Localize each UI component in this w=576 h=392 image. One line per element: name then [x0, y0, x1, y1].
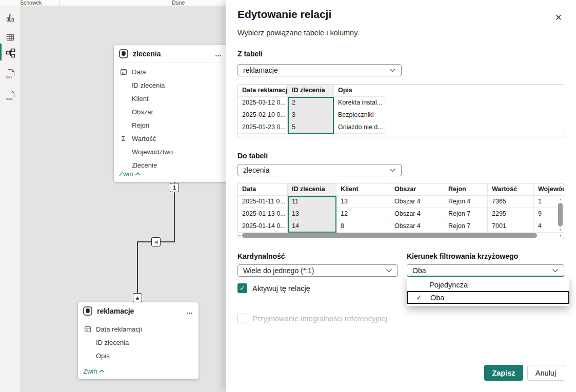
- field-label: ID zlecenia: [96, 339, 129, 346]
- field-item[interactable]: Województwo: [114, 145, 227, 158]
- sidebar-item-dax-query-view[interactable]: DAX: [0, 67, 21, 82]
- vertical-scrollbar[interactable]: [558, 203, 563, 226]
- table-cell[interactable]: 2025-01-14 0...: [238, 220, 288, 233]
- field-item[interactable]: Klient: [114, 92, 227, 105]
- table-cell[interactable]: 11: [288, 196, 336, 208]
- column-header[interactable]: Opis: [334, 85, 385, 97]
- table-cell[interactable]: Gniazdo nie d...: [334, 121, 385, 134]
- table-cell[interactable]: Obszar 4: [390, 208, 444, 220]
- table-cell[interactable]: 13: [288, 208, 336, 220]
- table-cell[interactable]: 3: [288, 109, 334, 121]
- field-item[interactable]: Data: [114, 65, 227, 78]
- field-item[interactable]: Opis: [78, 349, 198, 362]
- field-label: Wartość: [132, 135, 156, 142]
- active-relationship-checkbox[interactable]: ✓ Aktywuj tę relację: [237, 283, 310, 293]
- card-more-menu[interactable]: …: [186, 307, 193, 315]
- field-label: Data reklamacji: [96, 325, 142, 333]
- table-cell[interactable]: 2025-01-23 0...: [238, 121, 288, 134]
- table-cell[interactable]: 2295: [488, 208, 534, 220]
- column-header[interactable]: Województwo: [534, 183, 564, 196]
- scroll-right-arrow[interactable]: ▸: [560, 234, 562, 238]
- collapse-link[interactable]: Zwiń: [83, 367, 105, 375]
- table-cell[interactable]: 2: [288, 97, 334, 109]
- cardinality-label: Kardynalność: [237, 252, 285, 260]
- table-card-zlecenia[interactable]: zlecenia … DataID zleceniaKlientObszarRe…: [114, 45, 227, 182]
- card-more-menu[interactable]: …: [215, 50, 222, 58]
- horizontal-scrollbar[interactable]: [242, 233, 537, 238]
- field-item[interactable]: Data reklamacji: [78, 322, 198, 336]
- table-cell[interactable]: Rejon 7: [444, 220, 488, 233]
- field-item[interactable]: Rejon: [114, 118, 227, 132]
- edit-relationship-dialog: Edytowanie relacji Wybierz powiązane tab…: [226, 0, 576, 392]
- cancel-button[interactable]: Anuluj: [527, 365, 564, 381]
- table-cell[interactable]: Bezpieczniki: [334, 109, 385, 121]
- from-table-label: Z tabeli: [237, 50, 263, 58]
- column-header[interactable]: ID zlecenia: [288, 183, 336, 196]
- cardinality-dropdown[interactable]: Wiele do jednego (*:1): [237, 264, 398, 277]
- table-cell[interactable]: Obszar 4: [390, 196, 444, 208]
- menu-item-pojedyncza[interactable]: Pojedyncza: [407, 278, 569, 291]
- dax-document-icon: DAX: [5, 68, 16, 80]
- column-header[interactable]: Wartość: [488, 183, 534, 196]
- sidebar-item-model-view[interactable]: [0, 45, 21, 60]
- chevron-up-icon: [135, 172, 141, 176]
- cardinality-one-badge: 1: [170, 183, 179, 192]
- scroll-up-arrow[interactable]: ▴: [558, 197, 563, 201]
- table-cell[interactable]: Rejon 4: [444, 196, 488, 208]
- save-button[interactable]: Zapisz: [484, 365, 523, 381]
- column-header[interactable]: Data reklamacji: [238, 85, 288, 97]
- table-cell[interactable]: 8: [336, 220, 390, 233]
- sidebar-item-tmdl-view[interactable]: TMDL: [0, 88, 21, 104]
- table-cell[interactable]: 2025-03-12 0...: [238, 97, 288, 109]
- chevron-down-icon: [552, 269, 559, 273]
- to-table-label: Do tabeli: [237, 152, 268, 160]
- referential-integrity-checkbox[interactable]: Przyjmowanie integralności referencyjnej: [237, 314, 387, 323]
- field-item[interactable]: Obszar: [114, 105, 227, 118]
- table-cell[interactable]: Obszar 4: [390, 220, 444, 233]
- sidebar-item-table-view[interactable]: [0, 30, 21, 45]
- table-header-row: Data reklamacjiID zleceniaOpis: [238, 85, 564, 97]
- cross-filter-label: Kierunek filtrowania krzyżowego: [407, 252, 518, 260]
- column-header[interactable]: Klient: [336, 183, 390, 196]
- table-grid-icon: [5, 32, 15, 43]
- field-label: Obszar: [132, 108, 153, 116]
- scroll-left-arrow[interactable]: ◂: [239, 234, 241, 238]
- table-cell[interactable]: 2025-01-13 0...: [238, 208, 288, 220]
- table-cell[interactable]: Korekta instal...: [334, 97, 385, 109]
- to-table-value: zlecenia: [243, 166, 389, 174]
- table-cell[interactable]: Rejon 7: [444, 208, 488, 220]
- column-header[interactable]: Data: [238, 183, 288, 196]
- column-header[interactable]: Obszar: [390, 183, 444, 196]
- scroll-down-arrow[interactable]: ▾: [558, 228, 563, 232]
- to-table-dropdown[interactable]: zlecenia: [237, 164, 402, 176]
- close-icon[interactable]: ✕: [555, 13, 562, 22]
- from-table-preview: Data reklamacjiID zleceniaOpis2025-03-12…: [237, 84, 564, 137]
- from-table-dropdown[interactable]: reklamacje: [237, 64, 402, 76]
- table-row: 2025-01-14 0...148Obszar 4Rejon 770014: [238, 220, 564, 233]
- table-card-reklamacje[interactable]: reklamacje … Data reklamacjiID zleceniaO…: [78, 302, 198, 379]
- dialog-subtitle: Wybierz powiązane tabele i kolumny.: [237, 29, 359, 37]
- table-cell[interactable]: 5: [288, 121, 334, 134]
- table-cell[interactable]: 2025-01-11 0...: [238, 196, 288, 208]
- table-cell[interactable]: 12: [336, 208, 390, 220]
- calendar-icon: [120, 68, 127, 75]
- table-cell[interactable]: 7001: [488, 220, 534, 233]
- column-header[interactable]: Rejon: [444, 183, 488, 196]
- table-cell[interactable]: 2025-02-10 0...: [238, 109, 288, 121]
- checkbox-checked-icon: ✓: [237, 283, 247, 293]
- menu-item-oba[interactable]: ✓Oba: [407, 291, 569, 304]
- field-item[interactable]: ΣWartość: [114, 132, 227, 145]
- table-cell[interactable]: 7365: [488, 196, 534, 208]
- checkbox-empty-icon: [237, 314, 247, 323]
- table-cell[interactable]: 14: [288, 220, 336, 233]
- table-row: 2025-03-12 0...2Korekta instal...: [238, 97, 564, 109]
- collapse-link[interactable]: Zwiń: [119, 170, 141, 178]
- table-cell[interactable]: 13: [336, 196, 390, 208]
- cardinality-many-badge: *: [133, 293, 142, 302]
- field-item[interactable]: ID zlecenia: [114, 78, 227, 92]
- sidebar-item-report-view[interactable]: [0, 10, 21, 26]
- cross-filter-dropdown[interactable]: Oba: [407, 264, 564, 277]
- dialog-title: Edytowanie relacji: [237, 8, 331, 20]
- field-item[interactable]: ID zlecenia: [78, 336, 198, 349]
- column-header[interactable]: ID zlecenia: [288, 85, 334, 97]
